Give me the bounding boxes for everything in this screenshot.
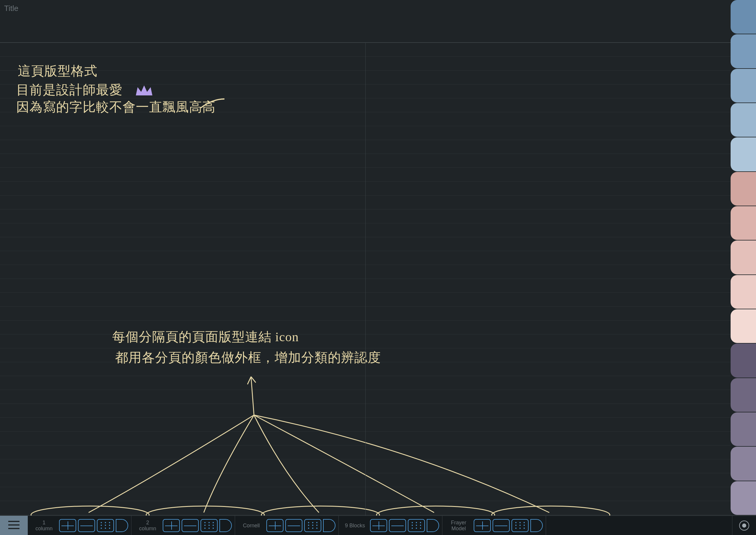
highlight-ellipse [31,506,149,516]
hamburger-icon [7,519,21,532]
layout-link-icon[interactable] [408,519,425,532]
side-tab-8[interactable] [731,240,756,274]
connector-line [204,415,254,513]
side-tab-12[interactable] [731,378,756,412]
layout-group-label: Frayer Model [445,520,474,531]
layout-group-1: 2 column [131,516,235,535]
side-tab-9[interactable] [731,275,756,309]
side-tab-7[interactable] [731,206,756,240]
layout-icon-row [370,519,439,532]
layout-link-icon[interactable] [201,519,218,532]
side-tab-1[interactable] [731,0,756,34]
layout-link-icon[interactable] [530,519,543,532]
layout-group-0: 1 column [28,516,131,535]
side-tab-5[interactable] [731,137,756,171]
title-bar [0,0,731,42]
side-tab-3[interactable] [731,69,756,102]
highlight-ellipse [146,506,264,516]
handwriting-line: 每個分隔頁的頁面版型連結 icon [112,330,299,344]
highlight-ellipse [492,506,610,516]
layout-link-icon[interactable] [219,519,232,532]
side-tab-11[interactable] [731,344,756,377]
layout-link-icon[interactable] [389,519,406,532]
arrow-head-icon [248,377,256,384]
layout-link-icon[interactable] [511,519,528,532]
menu-button[interactable] [0,516,28,535]
crown-icon [136,85,152,96]
bottom-toolbar: 1 column2 columnCornell9 BlocksFrayer Mo… [0,516,756,535]
layout-link-icon[interactable] [474,519,491,532]
layout-link-icon[interactable] [285,519,302,532]
connector-line [89,415,254,513]
layout-group-2: Cornell [235,516,339,535]
highlight-ellipse [261,506,379,516]
layout-group-4: Frayer Model [443,516,546,535]
layout-icon-row [266,519,336,532]
layout-link-icon[interactable] [493,519,510,532]
handwriting-line: 這頁版型格式 [18,64,97,78]
layout-link-icon[interactable] [266,519,284,532]
layout-icon-row [163,519,232,532]
side-tab-10[interactable] [731,309,756,343]
toolbar-spacer [546,516,732,535]
side-tab-13[interactable] [731,412,756,446]
side-tab-4[interactable] [731,103,756,137]
connector-line [254,415,549,513]
layout-group-3: 9 Blocks [339,516,443,535]
layout-icon-row [59,519,128,532]
handwriting-line: 因為寫的字比較不會一直飄風高高 [16,100,216,114]
title-input[interactable] [4,2,181,14]
layout-group-label: 1 column [31,520,59,531]
handwriting-line: 都用各分頁的顏色做外框，增加分類的辨認度 [115,351,381,365]
side-tab-strip [731,0,756,516]
layout-link-icon[interactable] [116,519,128,532]
layout-group-label: Cornell [238,522,266,528]
layout-link-icon[interactable] [182,519,199,532]
layout-link-icon[interactable] [323,519,336,532]
connector-line [254,415,319,513]
layout-link-icon[interactable] [427,519,439,532]
note-canvas[interactable]: 這頁版型格式 目前是設計師最愛 因為寫的字比較不會一直飄風高高 每個分隔頁的頁面… [0,42,731,516]
connector-line [254,415,434,513]
layout-link-icon[interactable] [163,519,180,532]
layout-link-icon[interactable] [370,519,387,532]
highlight-ellipse [377,506,495,516]
record-button[interactable] [732,516,756,535]
layout-link-icon[interactable] [97,519,114,532]
side-tab-15[interactable] [731,481,756,515]
side-tab-6[interactable] [731,172,756,206]
swoosh-icon [201,99,225,108]
record-icon [739,521,749,531]
side-tab-2[interactable] [731,34,756,68]
layout-link-icon[interactable] [59,519,76,532]
layout-link-icon[interactable] [304,519,321,532]
layout-icon-row [474,519,543,532]
side-tab-14[interactable] [731,447,756,480]
layout-link-icon[interactable] [78,519,95,532]
arrow-line [251,377,254,415]
layout-group-label: 9 Blocks [342,522,370,528]
layout-group-label: 2 column [134,520,163,531]
handwriting-line: 目前是設計師最愛 [16,83,122,97]
